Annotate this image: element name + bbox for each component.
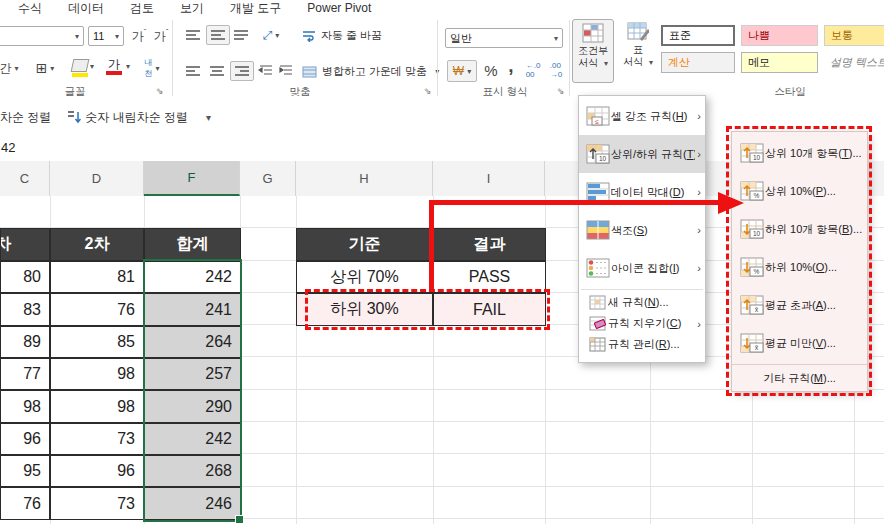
percent-style-button[interactable]: %	[481, 60, 501, 80]
conditional-formatting-button[interactable]: 조건부 서식 ▾	[572, 19, 614, 83]
wrap-text-button[interactable]: 자동 줄 바꿈	[302, 28, 382, 43]
cell[interactable]: 76	[0, 487, 50, 519]
cell[interactable]: 95	[0, 455, 50, 487]
tab-view[interactable]: 보기	[180, 0, 204, 17]
align-bottom-icon[interactable]	[232, 28, 250, 42]
conditional-formatting-menu: ≤ 셀 강조 규칙(H) › 10 상위/하위 규칙(T) › 데이터 막대(D…	[578, 95, 706, 363]
style-explanatory-text[interactable]: 설명 텍스트	[824, 52, 884, 73]
merge-center-button[interactable]: 병합하고 가운데 맞춤▾	[302, 64, 439, 79]
cell-rules-icon: ≤	[584, 106, 611, 126]
annotation-arrowhead-icon	[718, 192, 744, 214]
alignment-dialog-launcher-icon[interactable]: ⇘	[424, 86, 432, 96]
submenu-chevron-icon: ›	[695, 262, 701, 274]
font-size-combo[interactable]: 11▾	[88, 26, 124, 46]
menu-item-top-bottom-rules[interactable]: 10 상위/하위 규칙(T) ›	[579, 135, 705, 173]
formula-bar-value: 42	[1, 140, 15, 155]
font-group-label: 글꼴	[20, 85, 130, 99]
column-header-g[interactable]: G	[240, 161, 296, 196]
increase-indent-icon[interactable]	[278, 64, 294, 78]
cell[interactable]: 96	[0, 423, 50, 455]
font-color-button[interactable]: 가 ▾	[100, 58, 128, 78]
cell[interactable]: 96	[50, 455, 144, 487]
underline-button[interactable]: 간▾	[0, 58, 24, 78]
ribbon: ▾ 11▾ 가ˆ 가ˇ 간▾ ⊞▾ ▾ 가 ▾ 내천▾ 글꼴 ⇘	[0, 16, 884, 101]
menu-item-label: 규칙 지우기(C)	[608, 316, 695, 331]
column-header-d[interactable]: D	[50, 161, 144, 196]
cell[interactable]: 83	[0, 293, 50, 325]
clear-rules-icon	[586, 316, 608, 331]
column-header-h[interactable]: H	[296, 161, 433, 196]
tab-review[interactable]: 검토	[130, 0, 154, 17]
annotation-arrow-vertical-line	[429, 200, 434, 291]
menu-item-label: 상위/하위 규칙(T)	[611, 147, 695, 162]
style-memo[interactable]: 메모	[741, 52, 818, 73]
tab-data[interactable]: 데이터	[68, 0, 104, 17]
style-bad[interactable]: 나쁨	[741, 25, 818, 46]
align-right-icon[interactable]	[230, 61, 254, 81]
submenu-chevron-icon: ›	[695, 148, 701, 160]
sort-ascending-button[interactable]: 차순 정렬	[0, 109, 51, 126]
cell[interactable]: 98	[50, 358, 144, 390]
decrease-decimal-icon[interactable]: .00→0	[546, 60, 566, 80]
cell[interactable]: 98	[0, 390, 50, 422]
shrink-font-button[interactable]: 가ˇ	[151, 26, 171, 46]
cell[interactable]: 80	[0, 261, 50, 293]
menu-item-clear-rules[interactable]: 규칙 지우기(C) ›	[579, 313, 705, 334]
score-header-2cha: 2차	[50, 228, 144, 261]
cell[interactable]: 73	[50, 487, 144, 519]
phonetic-button[interactable]: 내천▾	[136, 58, 168, 78]
increase-decimal-icon[interactable]: ←.000	[523, 60, 543, 80]
tab-power-pivot[interactable]: Power Pivot	[307, 1, 371, 15]
menu-item-manage-rules[interactable]: 규칙 관리(R)...	[579, 334, 705, 355]
excel-window: 수식 데이터 검토 보기 개발 도구 Power Pivot ▾ 11▾ 가ˆ …	[0, 0, 884, 524]
cell[interactable]: 73	[50, 423, 144, 455]
wrap-text-icon	[302, 30, 316, 42]
decrease-indent-icon[interactable]	[258, 64, 274, 78]
column-header-c[interactable]: C	[0, 161, 50, 196]
number-dialog-launcher-icon[interactable]: ⇘	[557, 86, 565, 96]
align-center-icon[interactable]	[208, 64, 226, 78]
cell[interactable]: 85	[50, 326, 144, 358]
tab-developer[interactable]: 개발 도구	[230, 0, 281, 17]
style-neutral[interactable]: 보통	[824, 25, 884, 46]
menu-item-data-bars[interactable]: 데이터 막대(D) ›	[579, 173, 705, 211]
format-as-table-button[interactable]: 표 서식 ▾	[618, 19, 658, 83]
qat-dropdown-icon[interactable]: ▾	[206, 112, 211, 123]
font-dialog-launcher-icon[interactable]: ⇘	[156, 86, 164, 96]
style-calculation[interactable]: 계산	[661, 52, 735, 73]
tab-formulas[interactable]: 수식	[18, 0, 42, 17]
cell[interactable]: 77	[0, 358, 50, 390]
comma-style-button[interactable]: ,	[505, 56, 517, 76]
align-left-icon[interactable]	[184, 64, 202, 78]
align-top-icon[interactable]	[184, 28, 202, 42]
sort-descending-button[interactable]: 숫자 내림차순 정렬	[67, 109, 188, 126]
annotation-arrow-horizontal-line	[429, 200, 719, 205]
cell[interactable]: 98	[50, 390, 144, 422]
fill-color-button[interactable]: ▾	[66, 58, 94, 78]
column-header-f[interactable]: F	[144, 161, 240, 196]
group-divider	[569, 20, 570, 96]
submenu-chevron-icon: ›	[695, 110, 701, 122]
menu-item-new-rule[interactable]: 새 규칙(N)...	[579, 292, 705, 313]
fill-handle[interactable]	[235, 515, 244, 524]
grow-font-button[interactable]: 가ˆ	[129, 26, 149, 46]
borders-button[interactable]: ⊞▾	[30, 58, 60, 78]
accounting-format-button[interactable]: ₩▾	[447, 60, 477, 82]
column-header-i[interactable]: I	[433, 161, 545, 196]
cell[interactable]: 89	[0, 326, 50, 358]
ribbon-tab-bar: 수식 데이터 검토 보기 개발 도구 Power Pivot	[0, 0, 884, 16]
top-bottom-rules-icon: 10	[584, 144, 611, 164]
align-middle-icon[interactable]	[206, 25, 230, 45]
submenu-chevron-icon: ›	[695, 186, 701, 198]
style-normal[interactable]: 표준	[661, 25, 735, 46]
number-format-combo[interactable]: 일반▾	[445, 28, 563, 48]
cell[interactable]: 81	[50, 261, 144, 293]
menu-item-label: 데이터 막대(D)	[611, 185, 695, 200]
menu-item-icon-sets[interactable]: 아이콘 집합(I) ›	[579, 249, 705, 287]
cell[interactable]: 76	[50, 293, 144, 325]
font-name-combo[interactable]: ▾	[0, 26, 84, 46]
menu-item-color-scales[interactable]: 색조(S) ›	[579, 211, 705, 249]
orientation-button[interactable]: ⤢▾	[258, 26, 284, 44]
criteria-header: 기준	[296, 228, 433, 261]
menu-item-highlight-cells-rules[interactable]: ≤ 셀 강조 규칙(H) ›	[579, 97, 705, 135]
